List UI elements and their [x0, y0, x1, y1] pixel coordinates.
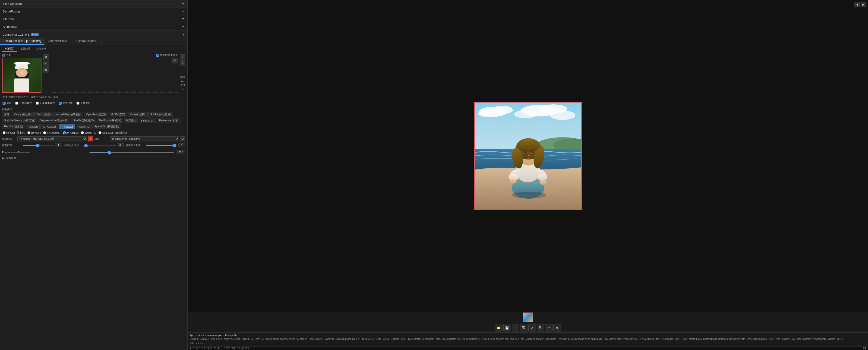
clear-btn[interactable]: ✕: [43, 67, 49, 73]
upload-tab-single[interactable]: 单张图片: [2, 46, 17, 52]
image-drop-zone[interactable]: 升至会制: [2, 58, 41, 93]
pixel-perfect-checkbox[interactable]: [36, 102, 39, 105]
radio-recolor-input[interactable]: [3, 131, 5, 134]
preprocessor-select[interactable]: ip-adapter_clip_sdxl_plus_vith: [18, 136, 87, 141]
ctrl-t2i[interactable]: T2I-Adapter: [40, 124, 58, 129]
send-arrow-btn[interactable]: ↗: [528, 324, 536, 331]
ctrl-normalmap[interactable]: NormalMap (法线贴图): [54, 112, 83, 117]
model-select[interactable]: ip-adapter_xl [4209e9f7]: [110, 136, 179, 141]
radio-t2i-input[interactable]: [43, 131, 46, 134]
controlnet-badge: 1 unit: [31, 33, 39, 36]
controlnet-header[interactable]: ControlNet v1.1.441 1 unit ▼: [0, 31, 187, 38]
tab-cn1[interactable]: ControlNet 单元 1: [44, 38, 73, 45]
status-nav: 1/1: [863, 347, 866, 350]
upload-mask-checkbox-item[interactable]: 上传蒙版: [76, 101, 91, 105]
preprocessor-row: 预处理器 ip-adapter_clip_sdxl_plus_vith ✕ 模型…: [0, 135, 187, 142]
left-panel: Tiled Diffusion ▼ DemoFusion ▼ Tiled VAE…: [0, 0, 188, 350]
guidance-start-label: 引导介入时机: [64, 144, 82, 147]
trash-btn[interactable]: 🗑: [553, 324, 561, 331]
preview-edit-btn[interactable]: ✎: [172, 58, 178, 63]
radio-instant[interactable]: Instant_ID: [81, 131, 96, 134]
ctrl-tileblur[interactable]: Tile/Blur (分块/模糊): [97, 118, 123, 123]
controlnet-section: ControlNet v1.1.441 1 unit ▼ ControlNet …: [0, 31, 187, 161]
ctrl-scribble[interactable]: Scribble/Sketch (涂鸦/草图): [2, 118, 37, 123]
section-demofusion[interactable]: DemoFusion ▼: [0, 8, 187, 15]
ctrl-depth[interactable]: Depth (深度): [34, 112, 53, 117]
upload-mask-checkbox[interactable]: [76, 102, 80, 105]
guidance-end-label: 引导终止时机: [126, 144, 144, 147]
preprocessor-delete-btn[interactable]: ✕: [88, 136, 93, 141]
ctrl-instructp2p[interactable]: InstructP2P: [139, 118, 156, 123]
preview-checkbox[interactable]: [156, 54, 159, 57]
interrogate-btn[interactable]: 🔍: [537, 324, 544, 331]
ctrl-openpose[interactable]: OpenPose (姿态): [84, 112, 108, 117]
radio-sparsectrl-input[interactable]: [98, 131, 101, 134]
enable-checkbox-item[interactable]: 启用: [3, 101, 11, 105]
ctrl-shuffle[interactable]: Shuffle (随机选牌): [71, 118, 96, 123]
send-img2img-btn[interactable]: ↔: [512, 324, 519, 331]
ctrl-segmentation[interactable]: Segmentation (语义分割): [38, 118, 70, 123]
section-animatediff[interactable]: AnimateDiff ▼: [0, 23, 187, 31]
svg-point-30: [531, 153, 533, 154]
ctrl-ip[interactable]: IP-Adapter: [59, 124, 75, 129]
ctrl-localenh[interactable]: 局部重绘: [124, 118, 138, 123]
low-vram-checkbox-item[interactable]: 低显存模式: [15, 101, 32, 105]
send-to-btn[interactable]: ↗: [180, 60, 185, 66]
nav-right-btn[interactable]: ▶: [861, 2, 866, 7]
preview-label: 预处理结果预览: [160, 54, 178, 57]
preprocessor-label: 预处理器: [2, 137, 16, 141]
ctrl-revision[interactable]: Revision: [26, 124, 40, 129]
section-tiled-diffusion[interactable]: Tiled Diffusion ▼: [0, 0, 187, 8]
low-vram-checkbox[interactable]: [15, 102, 18, 105]
collapse-row[interactable]: ▶ 缩放模式: [0, 155, 187, 161]
allow-preview-checkbox-item[interactable]: 允许预览: [59, 101, 73, 105]
guidance-start-slider[interactable]: [84, 145, 115, 146]
ctrl-mlsd[interactable]: MLSD (直线): [108, 112, 127, 117]
ctrl-all[interactable]: 全部: [2, 112, 11, 117]
ctrl-instant[interactable]: Instant_ID: [76, 124, 92, 129]
thumbnail-item[interactable]: [523, 313, 533, 322]
model-refresh-btn[interactable]: ↺: [180, 136, 185, 141]
controlnet-tab-bar: ControlNet 单元 0 [IP-Adapter] ControlNet …: [0, 38, 187, 45]
radio-revision-input[interactable]: [27, 131, 30, 134]
pixel-perfect-checkbox-item[interactable]: 完美像素模式: [36, 101, 55, 105]
send-extras-btn[interactable]: 🖼: [520, 324, 527, 331]
ctrl-canny[interactable]: Canny (硬边缘): [12, 112, 34, 117]
collapse-label: 缩放模式: [6, 157, 16, 160]
main-image-container: [474, 102, 582, 210]
radio-instant-input[interactable]: [81, 131, 84, 134]
radio-ip[interactable]: IP-Adapter: [63, 131, 79, 134]
cut-btn[interactable]: ✂: [545, 324, 553, 331]
ctrl-lineart[interactable]: Lineart (线稿): [128, 112, 148, 117]
tab-cn2[interactable]: ControlNet 单元 2: [73, 38, 102, 45]
upload-tab-multi[interactable]: 多张上传: [34, 46, 49, 52]
image-label: 图像: [6, 54, 11, 57]
radio-sparsectrl[interactable]: SparseCtrl (稀疏控制): [98, 131, 127, 134]
low-vram-label: 低显存模式: [19, 101, 32, 105]
allow-preview-checkbox[interactable]: [59, 102, 62, 105]
enable-checkbox[interactable]: [3, 102, 5, 105]
upload-tab-batch[interactable]: 批量处理: [18, 46, 33, 52]
radio-recolor[interactable]: Recolor (重上色): [3, 131, 25, 134]
hint-text: 如果使用白底黑线图片，请使用 "invert" 预处理器。: [0, 94, 187, 100]
control-weight-slider[interactable]: [23, 145, 53, 146]
folder-btn[interactable]: 📁: [495, 324, 502, 331]
ctrl-sparsectrl[interactable]: SparseCtrl (稀疏控制): [92, 124, 121, 129]
radio-t2i[interactable]: T2I-Adapter: [43, 131, 60, 134]
resolution-slider[interactable]: [89, 152, 175, 153]
resolution-value: 512: [176, 150, 185, 154]
guidance-end-slider[interactable]: [146, 145, 177, 146]
ctrl-recolor[interactable]: Recolor (重上色): [2, 124, 25, 129]
ctrl-reference[interactable]: Reference (参考): [157, 118, 181, 123]
control-weight-row: 控制权重 1 引导介入时机 0 引导终止时机 1: [2, 143, 185, 147]
nav-left-btn[interactable]: ◀: [854, 2, 860, 7]
save-btn[interactable]: 💾: [503, 324, 511, 331]
ctrl-softedge[interactable]: SoftEdge (软边缘): [148, 112, 173, 117]
radio-revision[interactable]: Revision: [27, 131, 41, 134]
undo-btn[interactable]: ↺: [43, 54, 49, 60]
tab-cn0[interactable]: ControlNet 单元 0 [IP-Adapter]: [0, 38, 44, 45]
radio-ip-input[interactable]: [63, 131, 66, 134]
redo-btn[interactable]: ↻: [43, 61, 49, 66]
section-tiled-vae[interactable]: Tiled VAE ▼: [0, 15, 187, 23]
expand-btn[interactable]: ⤢: [180, 54, 185, 60]
